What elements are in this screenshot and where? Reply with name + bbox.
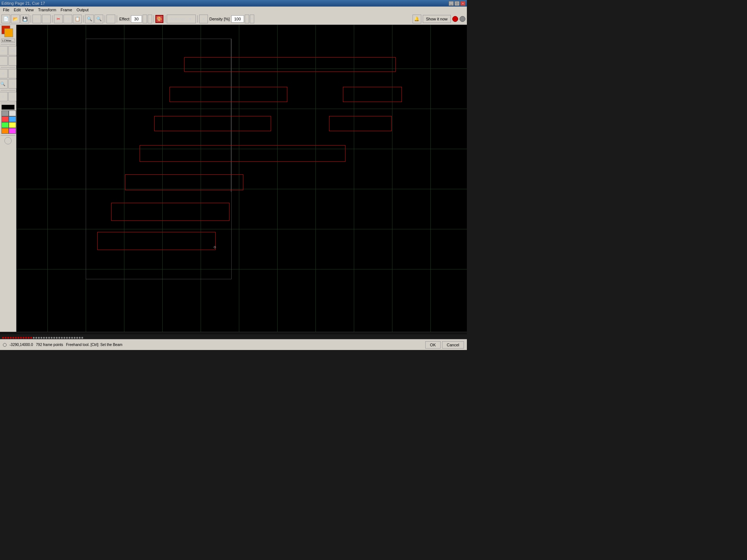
red-rect-6[interactable] bbox=[140, 145, 345, 162]
effect-spin-up[interactable]: ▲ bbox=[143, 15, 147, 23]
color-gray[interactable] bbox=[1, 110, 9, 116]
status-coords: -3290,14000.0 bbox=[9, 343, 33, 347]
circle-tool[interactable]: ○ bbox=[0, 56, 8, 66]
color-green[interactable] bbox=[1, 122, 9, 128]
tl-dot-3 bbox=[7, 337, 9, 339]
tl-dot-w8 bbox=[51, 337, 53, 339]
red-rect-3[interactable] bbox=[343, 87, 402, 102]
sep2 bbox=[52, 15, 53, 23]
minimize-button[interactable]: _ bbox=[449, 1, 454, 6]
tool-row-1: ✏ ⌫ bbox=[0, 46, 18, 55]
red-rect-9[interactable] bbox=[97, 232, 216, 250]
tl-dot-w3 bbox=[38, 337, 40, 339]
sep-5 bbox=[1, 135, 15, 136]
red-indicator[interactable] bbox=[452, 16, 458, 22]
status-bar: -3290,14000.0 792 frame points Freehand … bbox=[0, 339, 467, 350]
sep6 bbox=[154, 15, 154, 23]
red-rect-4[interactable] bbox=[154, 116, 271, 131]
tl-dot-4 bbox=[10, 337, 12, 339]
color-red[interactable] bbox=[1, 116, 9, 122]
tl-dot-w14 bbox=[66, 337, 68, 339]
tl-dot-w18 bbox=[76, 337, 78, 339]
pencil-tool[interactable]: ✏ bbox=[0, 46, 8, 55]
red-rect-2[interactable] bbox=[170, 87, 287, 102]
undo-button[interactable]: ↩ bbox=[32, 15, 41, 23]
density-icon: ● bbox=[199, 15, 208, 23]
refresh-button[interactable]: ↺ bbox=[107, 15, 115, 23]
align-left-tool[interactable]: ≡ bbox=[0, 92, 8, 101]
sep4 bbox=[105, 15, 105, 23]
tl-dot-7 bbox=[18, 337, 19, 339]
cancel-button[interactable]: Cancel bbox=[442, 341, 464, 349]
zoom-tool[interactable]: 🔍 bbox=[0, 79, 8, 89]
paste-button[interactable]: 📋 bbox=[73, 15, 82, 23]
status-frame-points: 792 frame points bbox=[36, 343, 63, 347]
toolbar: 📄 📂 💾 ↩ ↪ ✂ ⧉ 📋 🔍 🔍 ↺ Effect ▲ ▼ 🎨 Anima… bbox=[0, 13, 467, 25]
red-rect-8[interactable] bbox=[111, 203, 229, 221]
status-buttons: OK Cancel bbox=[425, 341, 464, 349]
color-magenta[interactable] bbox=[9, 128, 16, 134]
animate-dropdown-btn[interactable]: Animate... ▼ bbox=[167, 15, 196, 23]
menu-output[interactable]: Output bbox=[74, 7, 91, 12]
tl-dot-w6 bbox=[46, 337, 47, 339]
ok-button[interactable]: OK bbox=[425, 341, 441, 349]
red-rect-1[interactable] bbox=[184, 57, 396, 72]
red-rect-7[interactable] bbox=[125, 174, 243, 190]
timeline-scroll[interactable] bbox=[0, 332, 467, 334]
sep-4 bbox=[1, 103, 15, 103]
canvas-area[interactable] bbox=[16, 25, 467, 332]
show-now-area: 🔔 Show it now bbox=[413, 15, 465, 23]
sep3 bbox=[83, 15, 84, 23]
tl-dot-1 bbox=[2, 337, 4, 339]
move-tool[interactable]: ✛ bbox=[0, 69, 8, 78]
menu-edit[interactable]: Edit bbox=[12, 7, 23, 12]
zoom-circle-btn[interactable]: ? bbox=[4, 137, 12, 144]
tl-dot-2 bbox=[5, 337, 7, 339]
maximize-button[interactable]: □ bbox=[454, 1, 460, 6]
effect-spin-down[interactable]: ▼ bbox=[148, 15, 152, 23]
save-button[interactable]: 💾 bbox=[20, 15, 29, 23]
tool-row-3: ✛ ↗ bbox=[0, 69, 18, 78]
copy-button[interactable]: ⧉ bbox=[63, 15, 72, 23]
color-yellow[interactable] bbox=[9, 122, 16, 128]
menu-view[interactable]: View bbox=[23, 7, 36, 12]
sep7 bbox=[165, 15, 165, 23]
ok-label: OK bbox=[430, 343, 436, 347]
black-swatch[interactable] bbox=[1, 105, 15, 110]
density-spin-up[interactable]: ▲ bbox=[245, 15, 249, 23]
close-button[interactable]: × bbox=[460, 1, 465, 6]
tl-dot-11 bbox=[28, 337, 30, 339]
timeline-area[interactable] bbox=[0, 332, 467, 339]
tl-dot-w1 bbox=[33, 337, 35, 339]
new-button[interactable]: 📄 bbox=[1, 15, 10, 23]
color-swatch[interactable] bbox=[1, 26, 15, 37]
lcmax-label[interactable]: LCMax... bbox=[1, 39, 15, 43]
menu-transform[interactable]: Transform bbox=[36, 7, 58, 12]
sep-3 bbox=[1, 90, 15, 90]
density-spin-down[interactable]: ▼ bbox=[250, 15, 254, 23]
density-input[interactable] bbox=[231, 15, 244, 23]
status-radio[interactable] bbox=[3, 343, 7, 347]
color-picker-button[interactable]: 🎨 bbox=[155, 15, 163, 23]
zoom-out-button[interactable]: 🔍 bbox=[94, 15, 103, 23]
red-rect-5[interactable] bbox=[329, 116, 392, 131]
zoom-in-button[interactable]: 🔍 bbox=[85, 15, 94, 23]
menu-file[interactable]: File bbox=[1, 7, 12, 12]
effect-label: Effect bbox=[119, 17, 130, 21]
open-button[interactable]: 📂 bbox=[11, 15, 20, 23]
tl-dot-w20 bbox=[81, 337, 83, 339]
color-orange[interactable] bbox=[1, 128, 9, 134]
menu-frame[interactable]: Frame bbox=[58, 7, 74, 12]
show-now-button[interactable]: Show it now bbox=[423, 15, 451, 23]
color-blue[interactable] bbox=[9, 116, 16, 122]
title-controls: _ □ × bbox=[449, 1, 465, 6]
sep8 bbox=[197, 15, 198, 23]
status-tool-info: Freehand tool. [Ctrl]: Set the Beam bbox=[66, 343, 123, 347]
tl-dot-w2 bbox=[35, 337, 37, 339]
effect-input[interactable] bbox=[131, 15, 142, 23]
connector-line-1 bbox=[231, 39, 231, 192]
gray-indicator[interactable] bbox=[460, 16, 465, 22]
cut-button[interactable]: ✂ bbox=[54, 15, 63, 23]
redo-button[interactable]: ↪ bbox=[42, 15, 51, 23]
color-white[interactable] bbox=[9, 110, 16, 116]
